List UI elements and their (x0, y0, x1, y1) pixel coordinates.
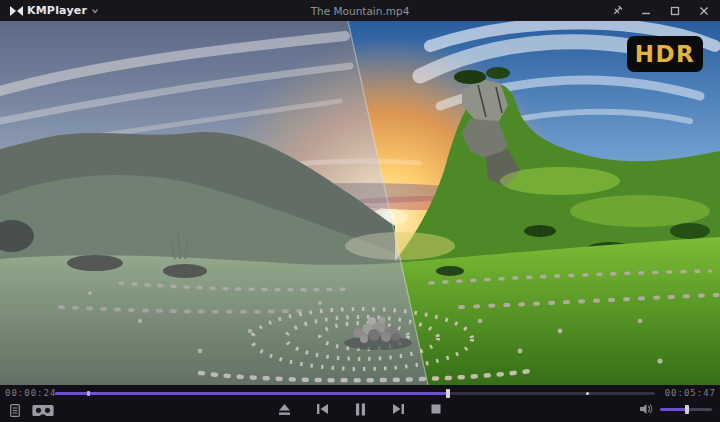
stop-icon (431, 404, 441, 414)
total-duration: 00:05:47 (665, 388, 716, 398)
pin-on-top-button[interactable] (611, 5, 623, 17)
elapsed-time: 00:00:24 (5, 388, 56, 398)
video-frame-scene (0, 21, 720, 385)
previous-button[interactable] (311, 400, 333, 418)
seek-bar[interactable] (55, 392, 655, 395)
next-button[interactable] (387, 400, 409, 418)
volume-thumb[interactable] (685, 405, 689, 414)
chevron-down-icon (91, 8, 99, 14)
window-title: The Mountain.mp4 (311, 5, 410, 17)
titlebar: KMPlayer The Mountain.mp4 (0, 0, 720, 21)
next-icon (392, 403, 405, 415)
maximize-icon (670, 6, 680, 16)
video-viewport[interactable]: HDR (0, 21, 720, 385)
app-name: KMPlayer (27, 4, 87, 17)
eject-button[interactable] (273, 400, 295, 418)
volume-controls (639, 403, 712, 415)
volume-fill (660, 408, 687, 411)
seek-marker-a[interactable] (87, 391, 90, 396)
minimize-icon (641, 6, 651, 16)
close-button[interactable] (698, 5, 710, 17)
pause-icon (355, 403, 366, 416)
pin-icon (612, 5, 623, 16)
minimize-button[interactable] (640, 5, 652, 17)
control-bar: 00:00:24 00:05:47 (0, 385, 720, 422)
seek-thumb[interactable] (446, 389, 450, 398)
kmplayer-window: KMPlayer The Mountain.mp4 (0, 0, 720, 422)
hdr-badge-label: HDR (635, 41, 696, 67)
pause-button[interactable] (349, 400, 371, 418)
previous-icon (316, 403, 329, 415)
window-controls (611, 5, 710, 17)
app-menu-button[interactable]: KMPlayer (10, 4, 99, 17)
stop-button[interactable] (425, 400, 447, 418)
seek-marker-b[interactable] (586, 392, 589, 395)
mute-button[interactable] (639, 403, 653, 415)
kmplayer-logo-icon (10, 6, 23, 16)
seek-fill (55, 392, 448, 395)
speaker-icon (639, 403, 653, 415)
hdr-badge: HDR (627, 36, 703, 72)
eject-icon (278, 403, 291, 416)
maximize-button[interactable] (669, 5, 681, 17)
transport-controls (0, 399, 720, 419)
close-icon (699, 6, 709, 16)
volume-slider[interactable] (660, 408, 712, 411)
